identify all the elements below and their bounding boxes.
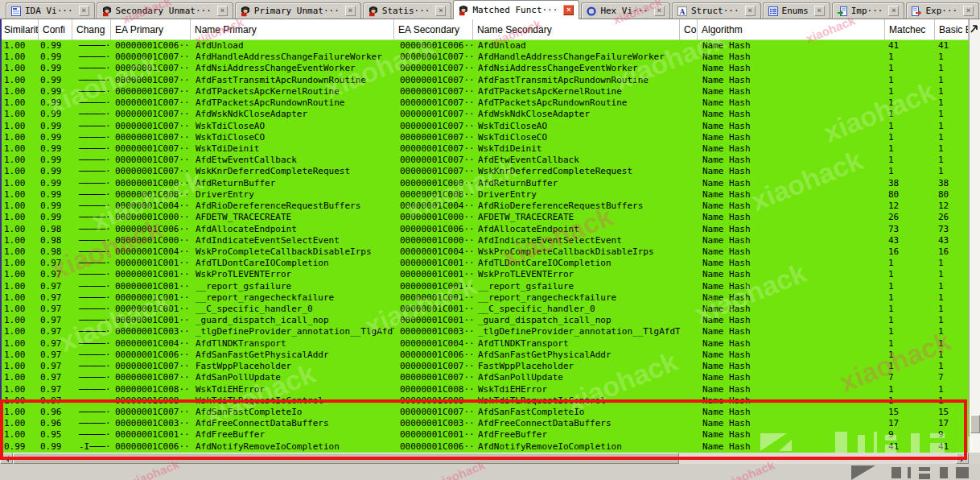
table-row[interactable]: 1.000.99─────···00000001C000···AFDETW_TR… (0, 212, 969, 223)
table-row[interactable]: 1.000.99─────···00000001C004···AfdRioDer… (0, 201, 969, 212)
column-header-name_primary[interactable]: Name Primary (191, 19, 394, 40)
cell-algorithm: Name Hash (698, 235, 885, 246)
table-row[interactable]: 1.000.97─────···00000001C003···_tlgDefin… (0, 326, 969, 337)
cell-similarity: 1.00 (0, 246, 39, 258)
tab-imp-[interactable]: Imp···× (832, 2, 905, 19)
table-row[interactable]: 1.000.96─────···00000001C003···AfdFreeCo… (0, 418, 969, 429)
column-header-change[interactable]: Chang (72, 19, 111, 40)
tab-hex-vi-[interactable]: Hex Vi···× (581, 2, 670, 19)
cell-similarity: 1.00 (0, 224, 39, 235)
table-row[interactable]: 1.000.98─────···00000001C004···WskProCom… (0, 246, 969, 258)
close-icon[interactable]: × (963, 6, 974, 16)
table-row[interactable]: 1.000.97─────···00000001C001···__report_… (0, 292, 969, 304)
table-row[interactable]: 1.000.97─────···00000001C001···_guard_di… (0, 315, 969, 326)
table-row[interactable]: 1.000.97─────···00000001C006···AfdSanFas… (0, 350, 969, 361)
table-row[interactable]: 1.000.99─────···00000001C007···WskTdiClo… (0, 121, 969, 132)
close-icon[interactable]: × (888, 6, 899, 16)
scroll-left-button[interactable] (0, 453, 13, 464)
cell-matched: 1 (885, 143, 935, 155)
tab-matched-funct-[interactable]: Matched Funct···× (453, 0, 579, 19)
table-row[interactable]: 1.000.99─────···00000001C007···AfdHandle… (0, 52, 969, 63)
column-header-name_secondary[interactable]: Name Secondary (473, 19, 680, 40)
cell-basic_blocks: 1 (935, 86, 969, 97)
table-row[interactable]: 1.000.99─────···00000001C007···WskTdiDei… (0, 143, 969, 155)
tab-enums[interactable]: Enums× (763, 2, 830, 19)
header-corner-arrow-icon[interactable] (970, 23, 979, 34)
cell-ea_secondary: 00000001C007··· (394, 361, 473, 372)
table-row[interactable]: 1.000.97─────···00000001C008···WskTdiEHE… (0, 384, 969, 395)
column-header-confidence[interactable]: Confi (39, 19, 72, 40)
table-row[interactable]: 1.000.97─────···00000001C001···WskProTLE… (0, 269, 969, 280)
table-row[interactable]: 1.000.96─────···00000001C007···AfdSanFas… (0, 407, 969, 418)
table-row[interactable]: 1.000.98─────···00000001C006···AfdAlloca… (0, 224, 969, 235)
close-icon[interactable]: × (217, 6, 228, 16)
cell-confidence: 0.97 (39, 292, 72, 304)
table-row[interactable]: 1.000.97─────···00000001C008···WskTdiTLR… (0, 395, 969, 407)
scroll-right-button[interactable] (956, 453, 969, 464)
table-row[interactable]: 1.000.98─────···00000001C000···AfdIndica… (0, 235, 969, 246)
table-row[interactable]: 1.000.99─────···00000001C000···AfdReturn… (0, 178, 969, 189)
close-icon[interactable]: × (345, 6, 356, 16)
column-header-ea_primary[interactable]: EA Primary (111, 19, 191, 40)
column-header-ea_secondary[interactable]: EA Secondary (394, 19, 473, 40)
table-row[interactable]: 1.000.97─────···00000001C001···__C_speci… (0, 304, 969, 315)
table-row[interactable]: 1.000.99─────···00000001C007···WskKnrDef… (0, 166, 969, 177)
table-row[interactable]: 1.000.95─────···00000001C001···AfdFreeBu… (0, 429, 969, 441)
cell-matched: 1 (885, 132, 935, 143)
tab-struct-[interactable]: AStruct···× (672, 2, 761, 19)
tab-exp-[interactable]: Exp···× (906, 2, 979, 19)
column-header-comments[interactable]: Co (680, 19, 698, 40)
cell-name_secondary: AfdNsiAddressChangeEventWorker (473, 63, 680, 74)
table-row[interactable]: 1.000.99─────···00000001C006···AfdUnload… (0, 40, 969, 52)
cell-basic_blocks: 1 (935, 361, 969, 372)
cell-algorithm: Name Hash (698, 304, 885, 315)
table-row[interactable]: 1.000.99─────···00000001C007···AfdNsiAdd… (0, 63, 969, 74)
table-row[interactable]: 1.000.99─────···00000001C007···AfdTPacke… (0, 86, 969, 97)
tab-ida-vi-[interactable]: IDA Vi···× (6, 2, 95, 19)
bindiff-icon (101, 6, 113, 17)
cell-confidence: 0.99 (39, 86, 72, 97)
column-header-algorithm[interactable]: Algorithm (698, 19, 885, 40)
tab-statis-[interactable]: Statis···× (363, 2, 452, 19)
cell-algorithm: Name Hash (698, 143, 885, 155)
table-row[interactable]: 1.000.97─────···00000001C004···AfdTlNDKT… (0, 338, 969, 350)
vertical-scrollbar[interactable] (969, 19, 980, 453)
table-row[interactable]: 0.990.99-I───···00000001C006···AfdNotify… (0, 441, 969, 453)
bindiff-matched-functions-window: IDA Vi···×Secondary Unmat···×Primary Unm… (0, 0, 980, 480)
table-row[interactable]: 1.000.99─────···00000001C007···AfdWskNdk… (0, 109, 969, 120)
table-row[interactable]: 1.000.99─────···00000001C007···AfdTPacke… (0, 97, 969, 109)
cell-algorithm: Name Hash (698, 63, 885, 74)
table-row[interactable]: 1.000.97─────···00000001C001···__report_… (0, 281, 969, 292)
cell-name_secondary: AfdEtwEventCallback (473, 155, 680, 166)
cell-ea_primary: 00000001C001··· (111, 315, 191, 326)
close-icon[interactable]: × (745, 6, 756, 16)
table-row[interactable]: 1.000.99─────···00000001C007···AfdFastTr… (0, 75, 969, 86)
table-row[interactable]: 1.000.97─────···00000001C001···AfdTLDont… (0, 258, 969, 269)
vertical-scrollbar-thumb[interactable] (970, 415, 980, 433)
cell-comments (680, 429, 698, 441)
table-row[interactable]: 1.000.97─────···00000001C007···AfdSanPol… (0, 372, 969, 383)
cell-ea_secondary: 00000001C007··· (394, 407, 473, 418)
column-header-similarity[interactable]: Similarit (0, 19, 39, 40)
close-icon[interactable]: × (435, 6, 446, 16)
horizontal-scrollbar-thumb[interactable] (13, 453, 679, 464)
column-header-matched[interactable]: Matchec (885, 19, 935, 40)
cell-algorithm: Name Hash (698, 326, 885, 337)
cell-change: ─────··· (72, 304, 111, 315)
close-icon[interactable]: × (563, 5, 574, 15)
tab-secondary-unmat-[interactable]: Secondary Unmat···× (97, 2, 233, 19)
close-icon[interactable]: × (654, 6, 665, 16)
table-row[interactable]: 1.000.99─────···00000001C007···AfdEtwEve… (0, 155, 969, 166)
column-header-basic_blocks[interactable]: Basic Bl (935, 19, 969, 40)
table-row[interactable]: 1.000.99─────···00000001C007···WskTdiClo… (0, 132, 969, 143)
cell-comments (680, 281, 698, 292)
close-icon[interactable]: × (79, 6, 89, 16)
cell-comments (680, 235, 698, 246)
tab-primary-unmat-[interactable]: Primary Unmat···× (235, 2, 361, 19)
table-row[interactable]: 1.000.97─────···00000001C007···FastWppPl… (0, 361, 969, 372)
close-icon[interactable]: × (814, 6, 825, 16)
table-row[interactable]: 1.000.99─────···00000001C008···DriverEnt… (0, 189, 969, 201)
cell-name_secondary: AfdTPacketsApcRundownRoutine (473, 97, 680, 109)
horizontal-scrollbar[interactable] (0, 453, 969, 464)
cell-comments (680, 361, 698, 372)
